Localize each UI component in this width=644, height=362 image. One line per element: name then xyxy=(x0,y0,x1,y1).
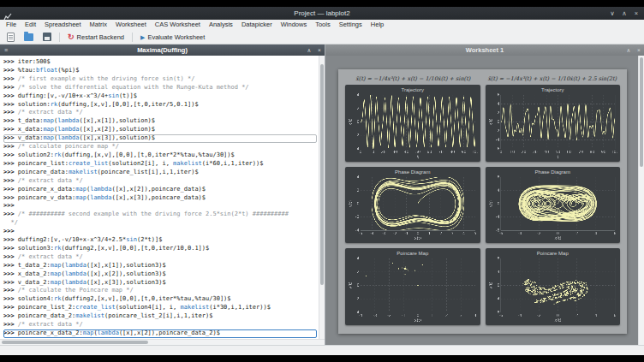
menu-settings[interactable]: Settings xyxy=(335,20,367,30)
scrollbar-handle[interactable] xyxy=(640,57,643,167)
plot-phase-diagram-left[interactable]: Phase Diagram xyxy=(345,167,480,244)
code-line[interactable]: >>> v_data:map(lambda([x],x[3]),solution… xyxy=(3,134,317,143)
window-titlebar[interactable]: Project — labplot2 ∨ ∧ × xyxy=(0,7,644,20)
code-line[interactable]: >>> /* first example with the driving fo… xyxy=(3,75,317,84)
code-horizontal-scrollbar[interactable] xyxy=(0,339,325,345)
plot-trajectory-right[interactable]: Trajectory xyxy=(486,85,621,162)
code-line[interactable]: >>> x_data_2:map(lambda([x],x[2]),soluti… xyxy=(3,270,317,279)
code-line[interactable]: >>> /* extract data */ xyxy=(3,177,317,186)
code-text: %tau: xyxy=(18,67,36,74)
code-line[interactable]: >>> xyxy=(3,202,317,211)
maximize-icon[interactable]: ∧ xyxy=(618,7,630,20)
menu-spreadsheet[interactable]: Spreadsheet xyxy=(40,20,86,30)
new-document-button[interactable] xyxy=(3,32,18,43)
worksheet-row: ẍ(t) = −1/4x³(t) + x(t) − 1/10ẋ(t) + sin… xyxy=(325,56,644,345)
code-line[interactable]: >>> poincare_v_data:map(lambda([x],x[3])… xyxy=(3,194,317,203)
code-prompt: >>> xyxy=(3,236,18,243)
code-text: ([x],x[1]),solution)$ xyxy=(80,117,156,124)
menu-matrix[interactable]: Matrix xyxy=(86,20,111,30)
code-prompt: >>> xyxy=(3,143,18,150)
code-text: (%pi)$ xyxy=(57,67,79,74)
panel-close-icon[interactable]: × xyxy=(314,45,325,56)
code-line[interactable]: >>> %tau:bfloat(%pi)$ xyxy=(3,67,317,75)
panel-close-icon[interactable]: × xyxy=(634,45,644,56)
code-line[interactable]: >>> solution2:rk(duffing,[x,v],[0,0],[t,… xyxy=(3,151,317,160)
restart-backend-button[interactable]: ↻ Restart Backend xyxy=(64,33,128,42)
menu-file[interactable]: File xyxy=(2,20,21,30)
code-function: sin xyxy=(126,236,137,243)
code-line[interactable]: >>> solution4:rk(duffing2,[x,v],[0,0],[t… xyxy=(3,295,317,304)
menu-worksheet[interactable]: Worksheet xyxy=(111,20,151,30)
code-line[interactable]: >>> /* ########## second example with th… xyxy=(3,211,317,219)
maxima-session[interactable]: >>> iter:500$>>> %tau:bfloat(%pi)$>>> /*… xyxy=(0,56,319,339)
code-vertical-scrollbar[interactable] xyxy=(319,56,325,339)
code-function: lambda xyxy=(65,279,86,286)
code-line[interactable]: >>> duffing2:[v,-v/10+x-x^3/4+2.5*sin(2*… xyxy=(3,236,317,245)
plot-poincare-map-right[interactable]: Poincare Map xyxy=(486,248,621,325)
maxima-panel-titlebar[interactable]: ≡ Maxima(Duffing) ∧ × xyxy=(0,45,325,56)
worksheet-vertical-scrollbar[interactable] xyxy=(638,56,644,345)
panel-menu-icon[interactable]: ≡ xyxy=(0,45,12,56)
panel-maximize-icon[interactable]: ∧ xyxy=(304,45,314,56)
code-line[interactable]: */ xyxy=(3,219,317,228)
plot-trajectory-left[interactable]: Trajectory xyxy=(345,85,480,162)
app-icon xyxy=(3,9,12,18)
plot-poincare-map-left[interactable]: Poincare Map xyxy=(345,248,480,325)
menu-tools[interactable]: Tools xyxy=(311,20,335,30)
menu-edit[interactable]: Edit xyxy=(21,20,40,30)
code-line[interactable]: >>> poincare_x_data_2:map(lambda([x],x[2… xyxy=(3,329,317,338)
code-line[interactable]: >>> xyxy=(3,228,317,236)
code-line[interactable]: >>> /* calculate the Poincare map */ xyxy=(3,287,317,295)
code-prompt: >>> xyxy=(3,329,18,336)
code-line[interactable]: >>> t_data:map(lambda([x],x[1]),solution… xyxy=(3,117,317,126)
close-icon[interactable]: × xyxy=(630,7,642,20)
evaluate-worksheet-label: Evaluate Worksheet xyxy=(147,33,205,41)
minimize-icon[interactable]: ∨ xyxy=(606,7,618,20)
menu-analysis[interactable]: Analysis xyxy=(205,20,237,30)
restart-icon: ↻ xyxy=(68,33,75,41)
code-comment: /* extract data */ xyxy=(18,177,83,184)
menu-datapicker[interactable]: Datapicker xyxy=(237,20,277,30)
code-line[interactable]: >>> v_data_2:map(lambda([x],x[3]),soluti… xyxy=(3,279,317,288)
plot-phase-diagram-right[interactable]: Phase Diagram xyxy=(486,167,621,244)
code-line[interactable]: >>> poincare_list_2:create_list(solution… xyxy=(3,304,317,312)
code-line[interactable]: >>> /* extract data */ xyxy=(3,109,317,117)
code-prompt: >>> xyxy=(3,177,18,184)
window-title: Project — labplot2 xyxy=(0,9,644,17)
code-line[interactable]: >>> /* extract data */ xyxy=(3,253,317,262)
panel-maximize-icon[interactable]: ∧ xyxy=(623,45,634,56)
code-line[interactable]: >>> poincare_list:create_list(solution2[… xyxy=(3,160,317,169)
code-text: (poincare_list[i],i,1,iter)$ xyxy=(98,169,199,175)
save-project-button[interactable] xyxy=(39,32,55,42)
code-prompt: >>> xyxy=(3,134,18,141)
code-text: (duffing,[x,v],[0,0],[t,0,iter/5,0.1])$ xyxy=(57,101,198,108)
code-line[interactable]: >>> duffing:[v,-v/10+x-x^3/4+sin(t)]$ xyxy=(3,92,317,101)
menu-help[interactable]: Help xyxy=(367,20,388,30)
code-line[interactable]: >>> x_data:map(lambda([x],x[2]),solution… xyxy=(3,126,317,134)
code-text: duffing2:[v,-v/10+x-x^3/4+2.5* xyxy=(18,236,126,243)
scrollbar-handle[interactable] xyxy=(2,341,148,344)
code-line[interactable]: >>> /* solve the differential equation w… xyxy=(3,84,317,92)
menu-cas-worksheet[interactable]: CAS Worksheet xyxy=(151,20,205,30)
code-line[interactable]: >>> solution3:rk(duffing2,[x,v],[0,0],[t… xyxy=(3,245,317,253)
code-line[interactable]: >>> poincare_data:makelist(poincare_list… xyxy=(3,169,317,177)
scrollbar-handle[interactable] xyxy=(320,64,324,285)
menu-windows[interactable]: Windows xyxy=(277,20,311,30)
code-function: map xyxy=(75,186,86,193)
worksheet-view[interactable]: ẍ(t) = −1/4x³(t) + x(t) − 1/10ẋ(t) + sin… xyxy=(325,56,638,345)
code-line[interactable]: >>> poincare_x_data:map(lambda([x],x[2])… xyxy=(3,186,317,194)
code-line[interactable]: >>> /* extract data */ xyxy=(3,321,317,329)
plot-title: Phase Diagram xyxy=(348,169,478,175)
code-line[interactable]: >>> poincare_data_2:makelist(poincare_li… xyxy=(3,312,317,321)
worksheet-panel-titlebar[interactable]: Worksheet 1 ∧ × xyxy=(325,45,644,56)
screen: Project — labplot2 ∨ ∧ × FileEditSpreads… xyxy=(0,0,644,362)
menubar: FileEditSpreadsheetMatrixWorksheetCAS Wo… xyxy=(0,20,644,30)
code-line[interactable]: >>> /* calculate poincare map */ xyxy=(3,143,317,151)
code-line[interactable]: >>> solution:rk(duffing,[x,v],[0,0],[t,0… xyxy=(3,101,317,110)
code-line[interactable]: >>> t_data_2:map(lambda([x],x[1]),soluti… xyxy=(3,262,317,270)
code-text: (i*30,i,1,iter))$ xyxy=(209,304,271,311)
evaluate-worksheet-button[interactable]: ▶ Evaluate Worksheet xyxy=(137,33,208,42)
code-line[interactable]: >>> iter:500$ xyxy=(3,58,317,67)
code-comment: /* calculate the Poincare map */ xyxy=(18,287,134,294)
open-project-button[interactable] xyxy=(21,32,37,42)
